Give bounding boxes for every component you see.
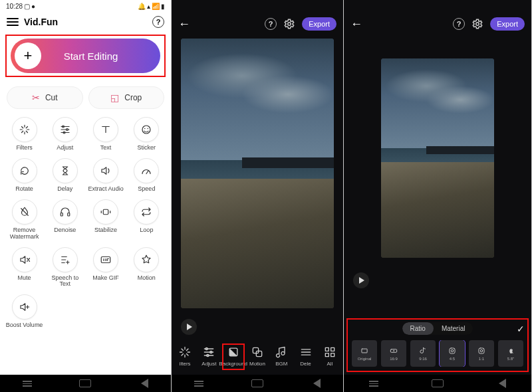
back-icon[interactable]: ← [178,17,190,31]
nav-recent-icon[interactable] [23,379,35,387]
ratio-9_16[interactable]: 9:16 [410,340,436,367]
ratio-tabs: Ratio Material ✓ [350,322,525,335]
tool-delay[interactable]: Delay [45,157,85,195]
confirm-icon[interactable]: ✓ [517,324,525,334]
start-editing-button[interactable]: + Start Editing [11,39,160,73]
crop-icon: ◱ [110,92,119,103]
bottom-all[interactable]: All [318,345,342,367]
export-button[interactable]: Export [490,17,525,31]
tool-mute[interactable]: Mute [4,246,45,291]
tool-speech_to_text[interactable]: Speech to Text [45,246,85,291]
tool-label: Denoise [54,227,76,234]
ratio-label: 4:5 [450,357,455,361]
tool-remove_watermark[interactable]: Remove Watermark [4,198,45,243]
ratio-label: 9:16 [419,357,427,361]
crop-button[interactable]: ◱ Crop [88,86,165,109]
nav-home-icon[interactable] [79,379,91,387]
scissors-icon: ✂ [32,92,40,103]
nav-back-icon[interactable] [309,379,321,388]
bottom-bgm[interactable]: BGM [269,345,293,367]
gear-icon[interactable] [471,18,483,30]
play-button[interactable] [353,272,369,288]
nav-home-icon[interactable] [432,379,444,387]
instagram-icon: ▢ [24,3,30,10]
tool-extract_audio[interactable]: Extract Audio [86,157,126,195]
video-preview[interactable] [181,39,334,308]
tool-loop[interactable]: Loop [126,198,167,243]
tool-label: Speed [138,186,155,193]
tool-sticker[interactable]: Sticker [126,116,167,154]
tool-grid: FiltersAdjustTextStickerRotateDelayExtra… [0,113,171,375]
svg-point-21 [476,23,479,26]
help-icon[interactable]: ? [453,18,465,30]
play-button[interactable] [181,319,197,335]
ratio-panel: Ratio Material ✓ Original16:99:164:51:15… [344,314,531,375]
nav-back-icon[interactable] [136,379,148,388]
menu-icon[interactable] [7,16,19,28]
bottom-label: All [327,361,332,367]
tool-rotate[interactable]: Rotate [4,157,45,195]
tool-adjust[interactable]: Adjust [45,116,85,154]
ratio-4_5[interactable]: 4:5 [440,340,465,367]
hourglass-icon [53,158,78,183]
gear-icon[interactable] [283,18,295,30]
tool-text[interactable]: Text [86,116,126,154]
status-bar: 10:28 ▢ ● 🔔 ▴ 📶 ▮ [0,0,171,12]
nav-home-icon[interactable] [251,379,263,387]
ratio-label: 16:9 [390,357,398,361]
music-note-icon [275,345,288,359]
ratio-1_1[interactable]: 1:1 [469,340,494,367]
editor-header: ← ? Export [172,12,343,36]
panel-home: 10:28 ▢ ● 🔔 ▴ 📶 ▮ Vid.Fun ? + Start Edit… [0,0,172,392]
svg-rect-20 [331,353,334,357]
tab-ratio[interactable]: Ratio [402,322,434,335]
tool-label: Motion [138,275,156,282]
apple-icon [506,346,515,355]
tool-speed[interactable]: Speed [126,157,167,195]
tool-filters[interactable]: Filters [4,116,45,154]
tool-label: Boost Volume [6,322,43,329]
bottom-label: Background [219,361,247,367]
bottom-label: Motion [249,361,265,367]
cut-button[interactable]: ✂ Cut [7,86,83,109]
svg-rect-19 [325,353,329,357]
ratio-original[interactable]: Original [352,340,377,367]
cut-label: Cut [45,93,58,102]
sparkle-icon [12,117,37,142]
sliders-icon [53,117,78,142]
ratio-16_9[interactable]: 16:9 [381,340,406,367]
tool-motion[interactable]: Motion [126,246,167,291]
svg-rect-22 [362,349,367,353]
tool-label: Sticker [138,145,156,151]
help-icon[interactable]: ? [265,18,277,30]
tool-stabilize[interactable]: Stabilize [86,198,126,243]
tiktok-icon [418,346,428,355]
back-icon[interactable]: ← [350,17,362,31]
nav-recent-icon[interactable] [369,379,381,387]
bottom-motion[interactable]: Motion [245,345,269,367]
preview-area [172,36,343,316]
tool-label: Mute [18,275,31,282]
help-icon[interactable]: ? [152,16,164,28]
bottom-delete[interactable]: Dele [293,345,317,367]
tool-denoise[interactable]: Denoise [45,198,85,243]
bottom-background[interactable]: Background [221,345,245,367]
video-preview[interactable] [381,58,494,258]
tool-make_gif[interactable]: Make GIF [86,246,126,291]
tool-boost_volume[interactable]: Boost Volume [4,293,45,332]
editor-bottom-bar: iltersAdjustBackgroundMotionBGMDeleAll [172,338,343,375]
tab-material[interactable]: Material [434,322,473,335]
bottom-filters[interactable]: ilters [173,345,197,367]
audio-out-icon [93,158,118,183]
nav-recent-icon[interactable] [194,379,206,387]
play-row [344,268,531,288]
status-time: 10:28 [6,3,23,10]
gauge-icon [134,158,159,183]
svg-rect-6 [61,213,63,216]
ratio-5_8[interactable]: 5.8" [498,340,523,367]
nav-back-icon[interactable] [494,379,506,388]
svg-point-28 [480,349,483,352]
export-button[interactable]: Export [302,17,336,31]
svg-rect-18 [331,347,334,351]
bottom-adjust[interactable]: Adjust [197,345,221,367]
